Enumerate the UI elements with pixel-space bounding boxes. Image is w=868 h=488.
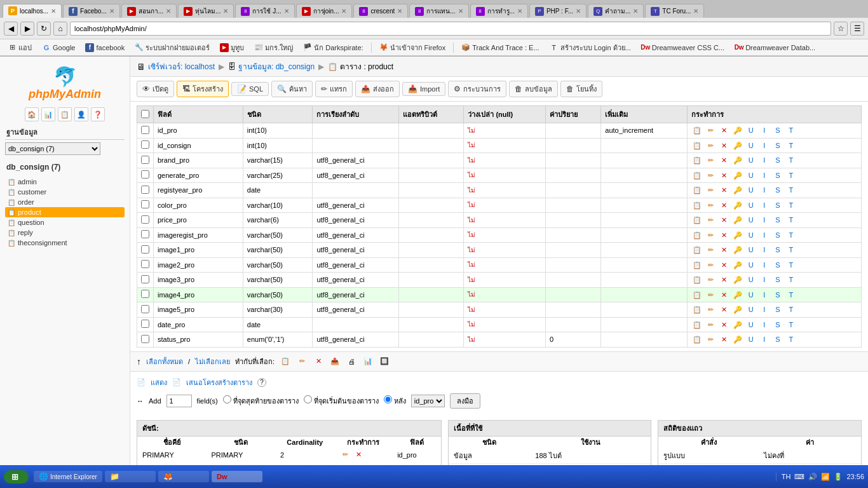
row-fulltext-icon[interactable]: T: [786, 304, 796, 315]
toolbar-empty-button[interactable]: 🗑 ลบข้อมูล: [509, 81, 558, 97]
row-primary-icon[interactable]: 🔑: [733, 230, 743, 240]
row-browse-icon[interactable]: 📋: [692, 320, 702, 330]
row-unique-icon[interactable]: U: [746, 304, 756, 315]
sidebar-item-product[interactable]: 📋 product: [5, 207, 125, 217]
row-browse-icon[interactable]: 📋: [692, 260, 702, 270]
taskbar-ie[interactable]: 🌐 Internet Explorer: [34, 471, 102, 482]
add-submit-button[interactable]: ลงมือ: [450, 393, 480, 409]
row-primary-icon[interactable]: 🔑: [733, 245, 743, 255]
sidebar-db-button[interactable]: 📊: [41, 107, 55, 121]
tab-close-crescent[interactable]: ✕: [397, 8, 402, 15]
row-delete-icon[interactable]: ✕: [719, 230, 729, 240]
row-index-icon[interactable]: I: [759, 200, 770, 210]
row-browse-icon[interactable]: 📋: [692, 156, 702, 166]
row-checkbox[interactable]: [141, 320, 149, 328]
action-export-icon[interactable]: 📤: [330, 356, 340, 367]
row-edit-icon[interactable]: ✏: [706, 230, 716, 240]
row-spatial-icon[interactable]: S: [773, 260, 783, 270]
propose-link[interactable]: เสนอโครงสร้างตาราง: [186, 377, 252, 388]
row-browse-icon[interactable]: 📋: [692, 305, 702, 315]
tab-replace[interactable]: 8 การแทน... ✕: [409, 4, 468, 18]
action-other-icon[interactable]: 📊: [363, 356, 373, 367]
row-fulltext-icon[interactable]: T: [786, 260, 796, 270]
tab-join[interactable]: ▶ การjoin... ✕: [296, 4, 353, 18]
tab-do[interactable]: 8 การทำรู... ✕: [470, 4, 528, 18]
row-checkbox[interactable]: [141, 170, 149, 179]
row-index-icon[interactable]: I: [759, 334, 770, 344]
row-index-icon[interactable]: I: [759, 230, 770, 240]
row-edit-icon[interactable]: ✏: [706, 260, 716, 270]
row-checkbox[interactable]: [141, 186, 149, 194]
sidebar-help-button[interactable]: ❓: [91, 107, 105, 121]
row-browse-icon[interactable]: 📋: [692, 275, 702, 285]
row-checkbox[interactable]: [141, 126, 149, 134]
toolbar-export-button[interactable]: 📤 ส่งออก: [355, 81, 400, 97]
row-primary-icon[interactable]: 🔑: [733, 215, 743, 226]
row-spatial-icon[interactable]: S: [773, 304, 783, 315]
toolbar-operations-button[interactable]: ⚙ กระบวนการ: [448, 81, 506, 97]
row-index-icon[interactable]: I: [759, 170, 770, 180]
row-primary-icon[interactable]: 🔑: [733, 186, 743, 196]
row-fulltext-icon[interactable]: T: [786, 320, 796, 330]
row-primary-icon[interactable]: 🔑: [733, 275, 743, 285]
row-index-icon[interactable]: I: [759, 155, 770, 165]
row-browse-icon[interactable]: 📋: [692, 186, 702, 196]
bookmark-mgr[interactable]: 📰 มกร.ใหญ่: [250, 41, 297, 54]
row-checkbox[interactable]: [141, 290, 149, 298]
row-primary-icon[interactable]: 🔑: [733, 126, 743, 136]
nav-forward-button[interactable]: ▶: [20, 22, 34, 36]
row-browse-icon[interactable]: 📋: [692, 245, 702, 255]
tab-close-yt1[interactable]: ✕: [166, 8, 171, 15]
row-edit-icon[interactable]: ✏: [706, 140, 716, 151]
row-delete-icon[interactable]: ✕: [719, 140, 729, 151]
row-delete-icon[interactable]: ✕: [719, 305, 729, 315]
row-primary-icon[interactable]: 🔑: [733, 290, 743, 300]
tab-close-replace[interactable]: ✕: [458, 8, 463, 15]
tab-close-j[interactable]: ✕: [284, 8, 289, 15]
row-browse-icon[interactable]: 📋: [692, 126, 702, 136]
row-fulltext-icon[interactable]: T: [786, 215, 796, 225]
row-primary-icon[interactable]: 🔑: [733, 140, 743, 151]
row-spatial-icon[interactable]: S: [773, 334, 783, 344]
row-index-icon[interactable]: I: [759, 185, 770, 195]
row-unique-icon[interactable]: U: [746, 140, 756, 151]
row-unique-icon[interactable]: U: [746, 320, 756, 330]
row-spatial-icon[interactable]: S: [773, 215, 783, 225]
row-spatial-icon[interactable]: S: [773, 200, 783, 210]
row-delete-icon[interactable]: ✕: [719, 260, 729, 270]
row-unique-icon[interactable]: U: [746, 334, 756, 344]
row-edit-icon[interactable]: ✏: [706, 320, 716, 330]
row-fulltext-icon[interactable]: T: [786, 185, 796, 195]
tab-facebook[interactable]: f Facebo... ✕: [63, 4, 120, 18]
sidebar-user-button[interactable]: 👤: [74, 107, 88, 121]
position-start-label[interactable]: ที่จุดเริ่มต้นของตาราง: [304, 395, 379, 407]
tab-close-fb[interactable]: ✕: [109, 8, 114, 15]
sidebar-item-admin[interactable]: 📋 admin: [5, 177, 125, 187]
tab-close-yt2[interactable]: ✕: [223, 8, 228, 15]
row-checkbox[interactable]: [141, 156, 149, 164]
bookmark-login[interactable]: T สร้างระบบ Login ด้วย...: [546, 41, 635, 54]
breadcrumb-db[interactable]: ฐานข้อมูล: db_consign: [238, 60, 315, 72]
row-edit-icon[interactable]: ✏: [706, 305, 716, 315]
action-track-icon[interactable]: 🔲: [379, 356, 390, 367]
row-checkbox[interactable]: [141, 215, 149, 224]
row-unique-icon[interactable]: U: [746, 290, 756, 300]
sidebar-table-button[interactable]: 📋: [58, 107, 72, 121]
row-delete-icon[interactable]: ✕: [719, 200, 729, 210]
row-spatial-icon[interactable]: S: [773, 230, 783, 240]
bookmark-apps[interactable]: ⊞ แอป: [4, 41, 36, 54]
row-fulltext-icon[interactable]: T: [786, 245, 796, 255]
select-all-checkbox[interactable]: [141, 110, 149, 118]
nav-refresh-button[interactable]: ↻: [37, 22, 51, 36]
row-index-icon[interactable]: I: [759, 274, 770, 285]
tab-qa[interactable]: Q คำถาม... ✕: [588, 4, 644, 18]
row-delete-icon[interactable]: ✕: [719, 215, 729, 226]
action-edit-icon[interactable]: ✏: [297, 356, 307, 367]
tab-crescent[interactable]: 8 crescent ✕: [353, 4, 408, 18]
row-browse-icon[interactable]: 📋: [692, 200, 702, 210]
row-spatial-icon[interactable]: S: [773, 140, 783, 151]
toolbar-drop-button[interactable]: 🗑 โยนทิ้ง: [560, 81, 602, 97]
sidebar-item-order[interactable]: 📋 order: [5, 197, 125, 207]
row-fulltext-icon[interactable]: T: [786, 200, 796, 210]
sidebar-home-button[interactable]: 🏠: [25, 107, 39, 121]
